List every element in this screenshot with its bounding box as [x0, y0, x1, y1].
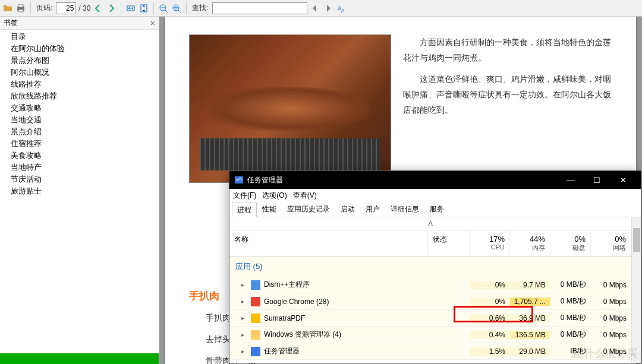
menubar: 文件(F) 选项(O) 查看(V) [229, 189, 641, 202]
separator [30, 2, 31, 14]
expand-icon[interactable]: ▸ [241, 298, 247, 305]
tab-用户[interactable]: 用户 [360, 201, 385, 217]
bookmark-item[interactable]: 节庆活动 [4, 173, 159, 185]
col-name[interactable]: 名称 [229, 231, 428, 256]
expand-icon[interactable]: ▸ [241, 331, 247, 338]
bookmark-item[interactable]: 当地交通 [4, 114, 159, 126]
page-label: 页码: [36, 3, 52, 13]
food-photo [189, 34, 391, 183]
find-input[interactable] [212, 2, 307, 14]
bookmark-item[interactable]: 欣欣线路推荐 [4, 90, 159, 102]
process-row[interactable]: ▸Google Chrome (28)0%1,705.7 ...0 MB/秒0 … [229, 293, 631, 310]
app-icon [251, 280, 260, 290]
highlight-box [454, 306, 533, 322]
find-prev-icon[interactable] [310, 3, 320, 14]
cpu-value: 0% [470, 297, 510, 306]
page-number-input[interactable] [56, 2, 76, 14]
tab-进程[interactable]: 进程 [232, 202, 257, 217]
separator [186, 2, 187, 14]
titlebar[interactable]: 任务管理器 — ☐ ✕ [229, 171, 641, 189]
tab-启动[interactable]: 启动 [335, 201, 360, 217]
expand-icon[interactable]: ▸ [241, 281, 247, 288]
separator [153, 2, 154, 14]
menu-options[interactable]: 选项(O) [262, 191, 287, 201]
close-button[interactable]: ✕ [610, 171, 636, 189]
expand-icon[interactable]: ▸ [241, 348, 247, 354]
cpu-value: 1.5% [470, 347, 510, 356]
memory-value: 29.0 MB [510, 347, 550, 356]
page-total: / 30 [78, 4, 90, 12]
prev-page-icon[interactable] [93, 3, 103, 14]
disk-value: 0 MB/秒 [550, 313, 591, 323]
find-label: 查找: [192, 3, 208, 13]
group-apps[interactable]: 应用 (5) [229, 257, 631, 277]
process-name: Google Chrome (28) [264, 297, 329, 306]
tab-服务[interactable]: 服务 [424, 201, 449, 217]
process-row[interactable]: ▸SumatraPDF0.6%36.9 MB0 MB/秒0 Mbps [229, 310, 631, 327]
maximize-button[interactable]: ☐ [584, 171, 610, 189]
scrollbar-thumb[interactable] [633, 228, 640, 252]
bookmark-item[interactable]: 景点分布图 [4, 55, 159, 67]
bookmark-item[interactable]: 在阿尔山的体验 [4, 43, 159, 55]
match-case-icon[interactable]: aA [336, 3, 347, 14]
disk-value: 0 MB/秒 [550, 280, 591, 290]
app-icon [251, 330, 260, 340]
memory-value: 1,705.7 ... [510, 297, 550, 306]
bookmarks-sidebar: 书签 × 目录在阿尔山的体验景点分布图阿尔山概况线路推荐欣欣线路推荐交通攻略当地… [0, 17, 159, 364]
cpu-value: 0.4% [470, 331, 510, 339]
bookmark-item[interactable]: 交通攻略 [4, 102, 159, 114]
menu-file[interactable]: 文件(F) [233, 191, 256, 201]
sidebar-close-icon[interactable]: × [150, 18, 155, 28]
svg-rect-12 [251, 347, 260, 356]
taskmgr-icon [234, 175, 244, 185]
process-table: ᐱ 名称 状态 17%CPU 44%内存 0%磁盘 0%网络 应用 (5) ▸D… [229, 217, 631, 363]
col-status[interactable]: 状态 [428, 231, 470, 256]
find-next-icon[interactable] [323, 3, 333, 14]
tab-应用历史记录[interactable]: 应用历史记录 [282, 201, 335, 217]
zoom-out-icon[interactable] [158, 3, 169, 14]
cpu-value: 0% [470, 281, 510, 289]
process-row[interactable]: ▸任务管理器1.5%29.0 MBIB/秒0 Mbps [229, 343, 631, 360]
process-row[interactable]: ▸Dism++主程序0%9.7 MB0 MB/秒0 Mbps [229, 277, 631, 293]
col-network[interactable]: 0%网络 [591, 231, 631, 256]
open-file-icon[interactable] [2, 3, 13, 14]
bookmark-item[interactable]: 旅游贴士 [4, 185, 159, 197]
fit-width-icon[interactable] [125, 3, 136, 14]
bookmark-item[interactable]: 目录 [4, 31, 159, 43]
paragraph: 方面因素自行研制的一种美食，须将当地特色的金莲花汁与鸡肉一同炖煮。 [403, 34, 612, 65]
svg-rect-8 [251, 280, 260, 290]
paragraph: 这道菜色泽鲜艳、爽口、鸡片滑嫩，咸鲜味美，对咽喉肿痛、声音嘶哑等症状具有一定功效… [403, 71, 612, 118]
disk-value: 0 MB/秒 [550, 296, 591, 306]
bookmark-item[interactable]: 当地特产 [4, 162, 159, 173]
bookmark-item[interactable]: 线路推荐 [4, 78, 159, 90]
network-value: 0 Mbps [591, 331, 631, 339]
network-value: 0 Mbps [591, 314, 631, 322]
disk-value: IB/秒 [550, 346, 591, 356]
bookmark-item[interactable]: 美食攻略 [4, 150, 159, 162]
sidebar-header: 书签 × [0, 17, 159, 30]
svg-rect-1 [18, 5, 23, 7]
col-disk[interactable]: 0%磁盘 [550, 231, 591, 256]
zoom-in-icon[interactable] [171, 3, 182, 14]
tab-strip: 进程性能应用历史记录启动用户详细信息服务 [229, 202, 641, 217]
print-icon[interactable] [15, 3, 26, 14]
tab-性能[interactable]: 性能 [257, 201, 282, 217]
network-value: 0 Mbps [591, 281, 631, 289]
menu-view[interactable]: 查看(V) [293, 191, 317, 201]
bookmark-item[interactable]: 阿尔山概况 [4, 67, 159, 78]
sidebar-footer [0, 353, 159, 364]
col-memory[interactable]: 44%内存 [510, 231, 550, 256]
bookmark-item[interactable]: 住宿推荐 [4, 138, 159, 150]
bookmark-item[interactable]: 景点介绍 [4, 126, 159, 138]
disk-value: 0 MB/秒 [550, 330, 591, 340]
tab-详细信息[interactable]: 详细信息 [385, 201, 424, 217]
fewer-details-toggle[interactable]: ᐱ [229, 217, 631, 231]
next-page-icon[interactable] [106, 3, 117, 14]
fit-page-icon[interactable] [139, 3, 149, 14]
col-cpu[interactable]: 17%CPU [470, 231, 510, 256]
pdf-toolbar: 页码: / 30 查找: aA [0, 0, 642, 17]
expand-icon[interactable]: ▸ [241, 315, 247, 321]
scrollbar[interactable] [631, 217, 641, 363]
process-row[interactable]: ▸Windows 资源管理器 (4)0.4%136.5 MB0 MB/秒0 Mb… [229, 327, 631, 343]
minimize-button[interactable]: — [558, 171, 584, 189]
